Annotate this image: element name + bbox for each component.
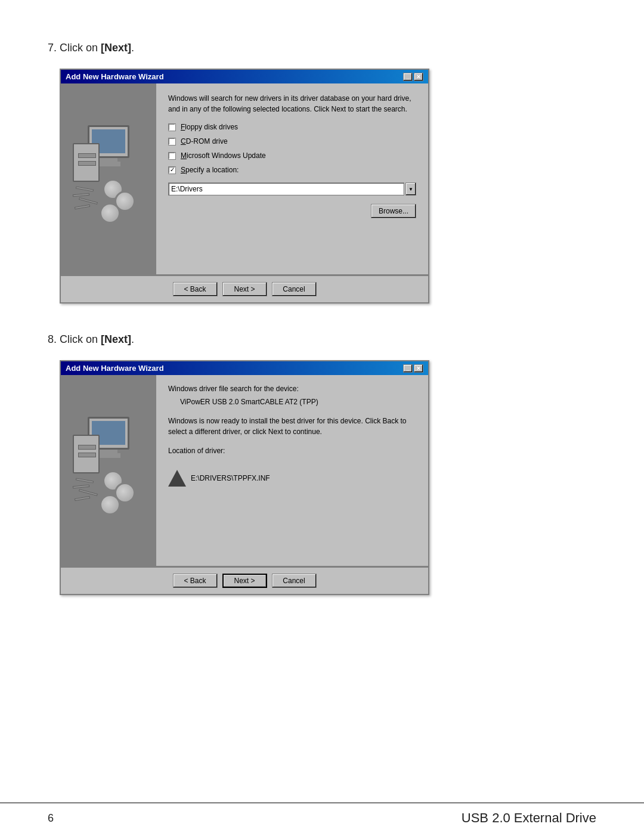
step-7-label: 7. Click on [Next]. (48, 42, 596, 54)
drive-slot-2-2 (78, 453, 96, 457)
disk-4 (75, 205, 90, 209)
dialog-2-wrapper: Add New Hardware Wizard _ ✕ (60, 360, 596, 595)
footer-title: USB 2.0 External Drive (462, 810, 596, 826)
next-button-2[interactable]: Next > (222, 574, 267, 588)
dialog-2: Add New Hardware Wizard _ ✕ (60, 360, 429, 595)
location-input[interactable] (168, 182, 404, 196)
disk-1-2 (76, 478, 94, 483)
checkbox-windowsupdate-label: Microsoft Windows Update (181, 151, 266, 160)
disk-2 (73, 193, 89, 197)
dialog-2-body: Windows driver file search for the devic… (61, 375, 428, 566)
dialog-1-footer: < Back Next > Cancel (61, 275, 428, 302)
disk-2-2 (73, 485, 89, 488)
drive-slot-2 (78, 161, 96, 166)
browse-btn-row: Browse... (168, 204, 416, 218)
tower-shape-2 (73, 435, 100, 473)
dialog-1-content: Windows will search for new drivers in i… (156, 83, 428, 274)
checkbox-cdrom-row: CD-ROM drive (168, 137, 416, 145)
dialog-2-title: Add New Hardware Wizard (66, 364, 164, 373)
step-8-label: 8. Click on [Next]. (48, 333, 596, 346)
tower-shape (73, 143, 100, 182)
triangle-shape (168, 470, 186, 487)
back-button-1[interactable]: < Back (173, 282, 218, 296)
checkbox-location-row: Specify a location: (168, 166, 416, 174)
checkbox-floppy-row: Floppy disk drives (168, 123, 416, 131)
cd-3-2 (100, 494, 120, 515)
browse-button[interactable]: Browse... (371, 204, 416, 218)
checkbox-location-label: Specify a location: (181, 166, 239, 174)
checkbox-windowsupdate[interactable] (168, 152, 176, 160)
back-button-2[interactable]: < Back (173, 574, 218, 588)
minimize-button[interactable]: _ (403, 73, 413, 81)
location-row: ▼ (168, 182, 416, 196)
checkbox-location[interactable] (168, 166, 176, 174)
search-text: Windows driver file search for the devic… (168, 385, 416, 393)
dialog-1: Add New Hardware Wizard _ ✕ (60, 69, 429, 304)
driver-location: E:\DRIVERS\TPPFX.INF (168, 469, 416, 487)
disk-3 (79, 197, 98, 205)
minimize-button-2[interactable]: _ (403, 364, 413, 373)
computer-icon (70, 119, 147, 239)
monitor-stand-2 (97, 453, 120, 458)
drive-slot-1-2 (78, 445, 96, 450)
checkbox-cdrom-label: CD-ROM drive (181, 137, 228, 145)
dialog-2-illustration (61, 375, 156, 566)
dialog-2-footer: < Back Next > Cancel (61, 567, 428, 594)
dialog-2-titlebar-buttons: _ ✕ (403, 364, 423, 373)
dialog-1-illustration (61, 83, 156, 274)
checkbox-cdrom[interactable] (168, 138, 176, 145)
dialog-2-content: Windows driver file search for the devic… (156, 375, 428, 566)
checkbox-windowsupdate-row: Microsoft Windows Update (168, 151, 416, 160)
dropdown-button[interactable]: ▼ (405, 182, 416, 196)
device-name: ViPowER USB 2.0 SmartCABLE AT2 (TPP) (180, 398, 416, 406)
close-button[interactable]: ✕ (414, 73, 423, 81)
cancel-button-1[interactable]: Cancel (272, 282, 317, 296)
dialog-2-titlebar: Add New Hardware Wizard _ ✕ (61, 361, 428, 375)
disk-3-2 (79, 489, 98, 496)
driver-path: E:\DRIVERS\TPPFX.INF (191, 474, 270, 482)
dialog-1-wrapper: Add New Hardware Wizard _ ✕ (60, 69, 596, 304)
checkbox-floppy-label: Floppy disk drives (181, 123, 238, 131)
page-number: 6 (48, 812, 54, 825)
dialog-1-description: Windows will search for new drivers in i… (168, 93, 416, 114)
monitor-stand (97, 162, 120, 166)
disk-4-2 (75, 496, 90, 501)
checkbox-floppy[interactable] (168, 123, 176, 131)
dialog-1-titlebar-buttons: _ ✕ (403, 73, 423, 81)
location-label: Location of driver: (168, 445, 416, 456)
close-button-2[interactable]: ✕ (414, 364, 423, 373)
page-content: 7. Click on [Next]. Add New Hardware Wiz… (0, 0, 644, 661)
inf-file-icon (168, 469, 186, 487)
computer-icon-2 (70, 411, 147, 530)
dialog-1-title: Add New Hardware Wizard (66, 72, 164, 81)
dialog-1-titlebar: Add New Hardware Wizard _ ✕ (61, 70, 428, 83)
drive-slot-1 (78, 153, 96, 158)
disk-1 (76, 186, 94, 191)
cancel-button-2[interactable]: Cancel (272, 574, 317, 588)
ready-text: Windows is now ready to install the best… (168, 416, 416, 437)
dialog-1-body: Windows will search for new drivers in i… (61, 83, 428, 274)
page-footer: 6 USB 2.0 External Drive (0, 803, 644, 833)
cd-3 (100, 203, 120, 224)
next-button-1[interactable]: Next > (222, 282, 267, 296)
